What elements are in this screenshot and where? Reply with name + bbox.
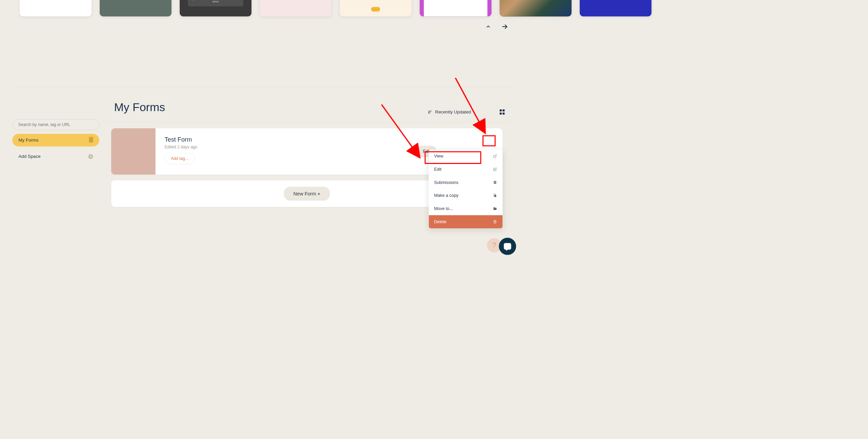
- annotation-arrow: [453, 76, 490, 135]
- list-icon: [493, 180, 497, 185]
- sidebar-item-label: My Forms: [18, 138, 38, 143]
- cup-icon: [89, 138, 93, 143]
- menu-item-submissions[interactable]: Submissions: [429, 176, 502, 189]
- search-input[interactable]: [18, 122, 93, 127]
- menu-item-copy[interactable]: Make a copy: [429, 189, 502, 202]
- svg-line-12: [455, 78, 484, 131]
- sidebar-item-my-forms[interactable]: My Forms: [12, 134, 99, 147]
- folder-icon: [493, 206, 497, 211]
- annotation-box: [482, 135, 496, 146]
- grid-view-toggle[interactable]: [500, 109, 505, 115]
- add-tag-button[interactable]: Add tag...: [164, 153, 195, 164]
- sort-button[interactable]: Recently Updated: [428, 109, 471, 115]
- template-pill: [371, 7, 380, 12]
- page-title: My Forms: [114, 100, 165, 113]
- templates-prev-button[interactable]: [484, 23, 492, 31]
- form-title[interactable]: Test Form: [164, 136, 403, 143]
- external-link-icon: [493, 154, 497, 158]
- new-form-button[interactable]: New Form +: [284, 187, 330, 201]
- search-wrap: [12, 119, 99, 130]
- sidebar: My Forms Add Space +: [12, 119, 99, 163]
- template-card[interactable]: Email* What are you looking for?*: [580, 0, 652, 16]
- copy-icon: [493, 193, 497, 198]
- template-card[interactable]: Female Other Date of Birth*: [420, 0, 492, 16]
- svg-rect-6: [494, 182, 496, 182]
- question-icon: ?: [492, 241, 496, 249]
- svg-line-4: [495, 155, 496, 156]
- svg-rect-8: [494, 183, 495, 183]
- form-thumbnail[interactable]: [111, 128, 156, 175]
- template-card[interactable]: [340, 0, 412, 16]
- trash-icon: [493, 220, 497, 224]
- template-card[interactable]: "getting to know you" get to know yourse…: [180, 0, 252, 16]
- edit-icon: [493, 167, 497, 171]
- plus-icon: +: [88, 154, 93, 159]
- section-divider: [14, 87, 511, 87]
- sidebar-item-label: Add Space: [18, 154, 40, 159]
- divider: [105, 122, 511, 122]
- svg-rect-7: [494, 182, 496, 183]
- form-meta: Edited 2 days ago: [164, 145, 403, 149]
- template-card[interactable]: [500, 0, 572, 16]
- template-card[interactable]: [100, 0, 172, 16]
- templates-next-button[interactable]: [500, 23, 509, 31]
- sidebar-item-add-space[interactable]: Add Space +: [12, 150, 99, 163]
- templates-row: "getting to know you" get to know yourse…: [20, 0, 651, 16]
- menu-item-move[interactable]: Move to...: [429, 202, 502, 215]
- chat-icon: [504, 243, 511, 250]
- template-card[interactable]: [260, 0, 332, 16]
- template-subtext: get to know yourself and your brand like…: [190, 0, 241, 3]
- template-card[interactable]: [20, 0, 92, 16]
- menu-item-delete[interactable]: Delete: [429, 215, 502, 228]
- annotation-box: [425, 151, 481, 164]
- sort-label: Recently Updated: [435, 109, 471, 115]
- svg-rect-9: [494, 195, 496, 197]
- chat-button[interactable]: [499, 238, 516, 255]
- menu-item-edit[interactable]: Edit: [429, 163, 502, 176]
